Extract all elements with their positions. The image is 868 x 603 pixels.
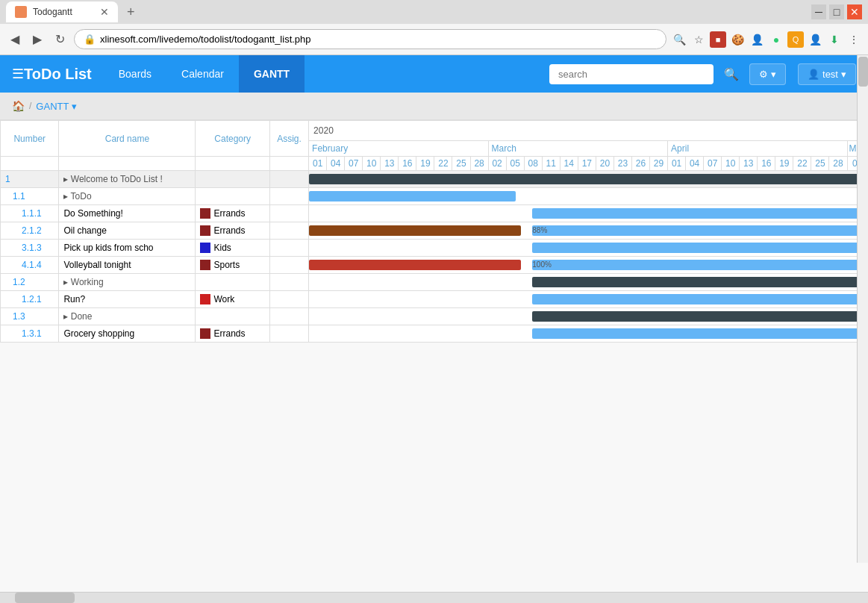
month-apr: April (668, 141, 847, 157)
menu-icon[interactable]: ⋮ (846, 31, 862, 48)
gantt-table: Number Card name Category Assig. 2020 Fe… (0, 120, 868, 343)
gantt-bar-cell: 88% (309, 222, 868, 240)
home-icon[interactable]: 🏠 (12, 100, 25, 112)
year-header-row: Number Card name Category Assig. 2020 (1, 121, 868, 141)
nav-gantt[interactable]: GANTT (239, 55, 305, 93)
gantt-wrapper[interactable]: Number Card name Category Assig. 2020 Fe… (0, 120, 868, 592)
category-label: Sports (213, 260, 240, 270)
browser-toolbar-icons: 🔍 ☆ ■ 🍪 👤 ● Q 👤 ⬇ ⋮ (671, 31, 862, 48)
close-button[interactable]: ✕ (847, 4, 862, 19)
gantt-bar-cell (309, 188, 868, 205)
settings-button[interactable]: ⚙ ▾ (749, 63, 786, 85)
ext6-icon[interactable]: 👤 (807, 31, 823, 48)
ext4-icon[interactable]: ● (768, 31, 784, 48)
vertical-scrollbar[interactable] (857, 55, 868, 563)
row-number: 4.1.4 (1, 257, 59, 274)
horizontal-scrollbar[interactable] (0, 592, 868, 603)
row-category: Kids (196, 240, 269, 257)
ext2-icon[interactable]: 🍪 (729, 31, 746, 48)
user-menu-button[interactable]: 👤 test ▾ (798, 63, 856, 85)
row-assign (269, 325, 308, 343)
row-name: Do Something! (59, 205, 196, 222)
gantt-bar-cell: 100% (309, 257, 868, 274)
day-16-feb: 16 (399, 157, 416, 171)
day-19-apr: 19 (775, 157, 793, 171)
nav-boards[interactable]: Boards (104, 55, 166, 93)
day-10-apr: 10 (722, 157, 740, 171)
category-color (200, 260, 210, 270)
category-color (200, 225, 210, 236)
app-logo: ToDo List (24, 66, 92, 83)
minimize-button[interactable]: ─ (811, 4, 826, 19)
row-category (196, 171, 269, 188)
main-content: Number Card name Category Assig. 2020 Fe… (0, 120, 868, 603)
url-input[interactable] (100, 34, 657, 45)
gantt-bar-cell (309, 308, 868, 325)
hamburger-icon[interactable]: ☰ (12, 66, 24, 82)
day-29-mar: 29 (650, 157, 668, 171)
search-button[interactable]: 🔍 (719, 63, 743, 86)
search-input[interactable] (549, 64, 714, 84)
reload-button[interactable]: ↻ (51, 29, 69, 49)
gantt-bar-cell (309, 274, 868, 291)
row-category (196, 188, 269, 205)
day-05-mar: 05 (506, 157, 524, 171)
row-category: Errands (196, 325, 269, 343)
search-icon[interactable]: 🔍 (671, 31, 687, 48)
forward-button[interactable]: ▶ (28, 29, 46, 49)
gantt-bar-cell (309, 325, 868, 343)
ext7-icon[interactable]: ⬇ (826, 31, 843, 48)
browser-titlebar: Todogantt ✕ + ─ □ ✕ (0, 0, 868, 24)
category-color (200, 208, 210, 219)
month-feb: February (309, 141, 488, 157)
row-number: 1.1.1 (1, 205, 59, 222)
day-17-mar: 17 (578, 157, 596, 171)
row-number: 1.2.1 (1, 291, 59, 308)
lock-icon: 🔒 (84, 34, 96, 45)
ext5-icon[interactable]: Q (787, 31, 804, 48)
star-icon[interactable]: ☆ (690, 31, 707, 48)
empty-th-2 (59, 157, 196, 171)
maximize-button[interactable]: □ (829, 4, 844, 19)
row-number: 1.3 (1, 308, 59, 325)
tab-close-button[interactable]: ✕ (100, 6, 109, 18)
table-row: 2.1.2 Oil change Errands (1, 222, 868, 240)
row-name: Run? (59, 291, 196, 308)
day-14-mar: 14 (560, 157, 578, 171)
row-name: ▸ Working (59, 274, 196, 291)
tab-title: Todogantt (33, 7, 72, 17)
app-container: ☰ ToDo List Boards Calendar GANTT 🔍 ⚙ ▾ … (0, 55, 868, 603)
address-bar[interactable]: 🔒 (74, 29, 666, 49)
month-mar: March (488, 141, 667, 157)
row-name: Grocery shopping (59, 325, 196, 343)
day-22-apr: 22 (793, 157, 811, 171)
nav-calendar[interactable]: Calendar (166, 55, 239, 93)
empty-th-1 (1, 157, 59, 171)
gantt-bar-cell (309, 291, 868, 308)
breadcrumb-current[interactable]: GANTT ▾ (36, 101, 76, 112)
tab-favicon (15, 6, 27, 18)
row-assign (269, 291, 308, 308)
browser-tab[interactable]: Todogantt ✕ (6, 1, 118, 22)
breadcrumb: 🏠 / GANTT ▾ (0, 93, 868, 120)
ext3-icon[interactable]: 👤 (749, 31, 765, 48)
row-assign (269, 240, 308, 257)
category-label: Kids (213, 243, 231, 253)
row-category (196, 274, 269, 291)
day-25-apr: 25 (811, 157, 829, 171)
user-label: test (822, 69, 838, 80)
ext1-icon[interactable]: ■ (710, 31, 726, 48)
settings-icon: ⚙ (759, 69, 768, 80)
row-category: Errands (196, 222, 269, 240)
row-name: ▸ Welcome to ToDo List ! (59, 171, 196, 188)
table-row: 1.1.1 Do Something! Errands (1, 205, 868, 222)
category-label: Errands (213, 208, 245, 219)
day-10-feb: 10 (363, 157, 381, 171)
row-assign (269, 308, 308, 325)
day-23-mar: 23 (613, 157, 631, 171)
day-26-mar: 26 (631, 157, 649, 171)
new-tab-button[interactable]: + (121, 4, 141, 20)
table-row: 4.1.4 Volleyball tonight Sports (1, 257, 868, 274)
day-header-row: 01 04 07 10 13 16 19 22 25 28 02 05 (1, 157, 868, 171)
back-button[interactable]: ◀ (6, 29, 24, 49)
